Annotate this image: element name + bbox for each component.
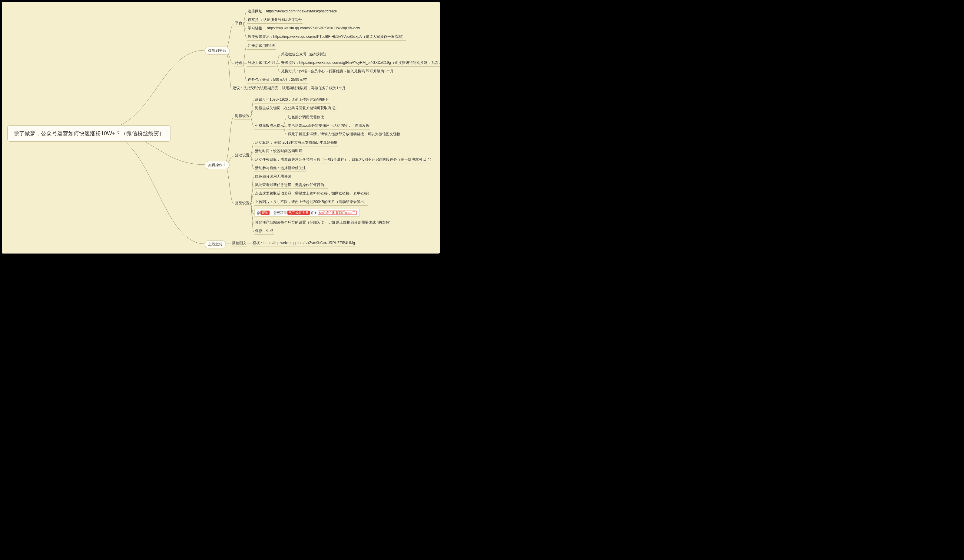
leaf-template-link: 模板：https://mp.weixin.qq.com/s/xZvm9bCc4-… bbox=[252, 240, 355, 247]
leaf-register-url: 注册网址：https://94mxd.com/index/ext/taskpos… bbox=[247, 9, 337, 15]
branch-platform[interactable]: 平台 bbox=[234, 21, 243, 27]
leaf-redeem-method: 兑换方式：pc端→会员中心→我要优惠→输入兑换码 即可升级为1个月 bbox=[280, 69, 394, 75]
leaf-tip-more-link: 戳此了解更多详情，请输入链接部分放活动链接，可以为微信图文链接 bbox=[287, 131, 401, 138]
leaf-remind-progress: 戳此查看最新任务进度（无需操作任何行为） bbox=[254, 182, 328, 189]
mindmap-canvas: 除了做梦，公众号运营如何快速涨粉10W+？（微信粉丝裂变） 媒想到平台 平台 注… bbox=[2, 2, 440, 253]
leaf-trial-5days: 注册后试用期5天 bbox=[247, 43, 276, 50]
leaf-remind-upload: 上传图片：尺寸不限，请勿上传超过200KB的图片（活动结束会弹出） bbox=[254, 200, 368, 206]
leaf-poster-size: 建议尺寸1080×1920，请勿上传超过2M的图片 bbox=[254, 97, 330, 104]
branch-platform-meixiangdao[interactable]: 媒想到平台 bbox=[205, 47, 230, 55]
leaf-upgrade-1month[interactable]: 升级为试用1个月 bbox=[247, 60, 276, 67]
leaf-poster-keyword: 海报生成关键词（在公共号回复关键词可获取海报） bbox=[254, 106, 339, 112]
leaf-remind-save: 保存，生成 bbox=[254, 229, 274, 235]
leaf-activity-time: 活动时间：设置时间区间即可 bbox=[254, 149, 303, 155]
leaf-activity-goal: 活动任务目标：需邀请关注公众号的人数（一般3个最佳），目标为0则不开启该阶段任务… bbox=[254, 157, 434, 163]
leaf-follow-wechat: 关注微信公众号（媒想到吧） bbox=[280, 52, 329, 58]
leaf-member-price: 任务包宝会员：599元/月，2599元/年 bbox=[247, 77, 308, 83]
branch-remind-settings[interactable]: 提醒设置 bbox=[234, 201, 250, 207]
branch-online-promotion[interactable]: 上线宣传 bbox=[205, 240, 226, 248]
branch-poster-msg-tip[interactable]: 生成海报消息提示 bbox=[254, 123, 285, 130]
leaf-activity-title: 活动标题： 例如 2018甘肃省三支特岗历年真题领取 bbox=[254, 140, 338, 146]
leaf-suggestion: 建议：先把5天的试用期用完，试用期结束以后，再做任务升级为1个月 bbox=[232, 86, 346, 92]
leaf-tip-red: 红色部分调用无需修改 bbox=[287, 115, 325, 121]
leaf-support-type: 仅支持 ：认证服务号&认证订阅号 bbox=[247, 17, 303, 24]
branch-activity-settings[interactable]: 活动设置 bbox=[234, 153, 250, 159]
root-node[interactable]: 除了做梦，公众号运营如何快速涨粉10W+？（微信粉丝裂变） bbox=[7, 125, 171, 141]
branch-how-to-operate[interactable]: 如何操作？ bbox=[205, 161, 230, 169]
leaf-remind-prize: 点击这里领取活动奖品（需要放上资料的链接，如网盘链接、表单链接） bbox=[254, 191, 372, 197]
branch-wechat-article[interactable]: 微信图文 bbox=[231, 240, 247, 247]
remind-example-image: @昵称，您已获得已完成任务量好友位的请立即获取iTunes了 bbox=[254, 209, 360, 217]
branch-feature[interactable]: 特点 bbox=[234, 60, 243, 67]
leaf-remind-other: 其他项详细阅读每个环节的设置（仔细阅读），如 以上红框部分则需要改成 "的支持" bbox=[254, 220, 391, 226]
branch-poster-settings[interactable]: 海报设置 bbox=[234, 114, 250, 120]
leaf-fission-demo: 裂变效果展示：https://mp.weixin.qq.com/s/PTbdBF… bbox=[247, 34, 406, 41]
leaf-activity-fans: 活动参与粉丝：选择新粉丝关注 bbox=[254, 166, 306, 172]
leaf-remind-red: 红色部分调用无需修改 bbox=[254, 174, 292, 180]
leaf-upgrade-flow: 升级流程：https://mp.weixin.qq.com/s/gfHmAYcy… bbox=[280, 60, 440, 67]
leaf-learn-link: 学习链接： https://mp.weixin.qq.com/s/7SuSPRf… bbox=[247, 26, 360, 32]
leaf-tip-activity-desc: 本活动是xxx部分需要描述下活动内容，可自由发挥 bbox=[287, 123, 370, 130]
